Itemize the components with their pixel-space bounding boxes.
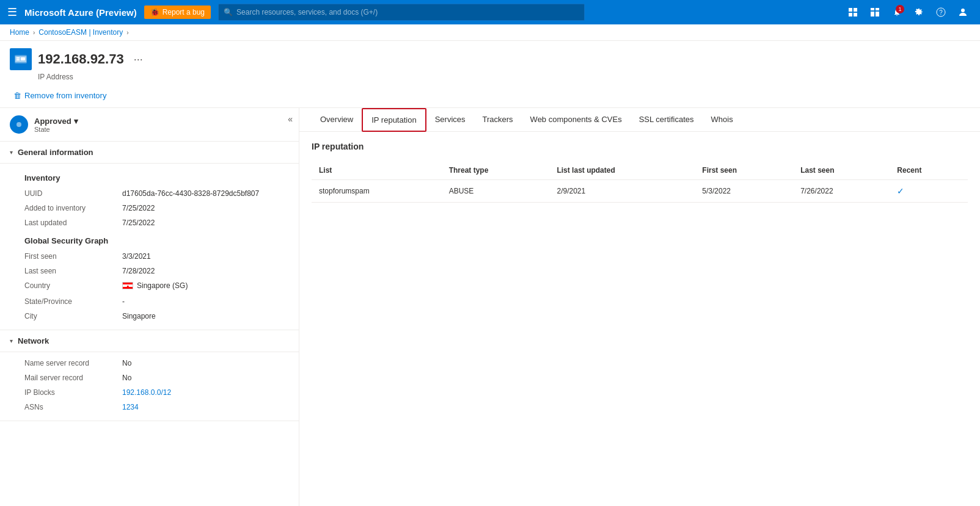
collapse-panel-icon[interactable]: «	[288, 114, 293, 124]
network-section-header[interactable]: ▾ Network	[0, 330, 299, 352]
city-value: Singapore	[122, 310, 289, 322]
inventory-group-title: Inventory	[24, 168, 289, 185]
col-header-threat-type: Threat type	[442, 161, 550, 180]
hamburger-icon[interactable]: ☰	[7, 5, 17, 19]
account-icon[interactable]	[953, 2, 973, 22]
singapore-flag	[122, 282, 133, 289]
first-seen-label: First seen	[24, 250, 116, 262]
asns-label: ASNs	[24, 401, 116, 413]
ip-address-icon	[10, 48, 32, 70]
help-icon[interactable]: ?	[931, 2, 951, 22]
page-title: 192.168.92.73	[38, 51, 124, 67]
svg-rect-6	[871, 12, 874, 16]
notification-badge: 1	[896, 5, 904, 13]
ip-blocks-value: 192.168.0.0/12	[122, 386, 289, 399]
left-panel: Approved ▾ State « ▾ General information…	[0, 108, 299, 506]
svg-point-17	[16, 122, 21, 127]
svg-rect-14	[16, 59, 20, 60]
col-header-recent: Recent	[890, 161, 968, 180]
breadcrumb-inventory[interactable]: ContosoEASM | Inventory	[38, 28, 123, 37]
trash-icon: 🗑	[13, 91, 21, 100]
recent-check-icon: ✓	[897, 186, 904, 196]
state-section: Approved ▾ State «	[0, 108, 299, 142]
last-updated-value: 7/25/2022	[122, 217, 289, 229]
ip-blocks-label: IP Blocks	[24, 386, 116, 399]
page-subtitle: IP Address	[38, 73, 970, 81]
more-options-icon[interactable]: ···	[134, 53, 143, 66]
tab-overview[interactable]: Overview	[312, 109, 362, 131]
table-header-row: List Threat type List last updated First…	[312, 161, 968, 180]
tab-whois[interactable]: Whois	[703, 109, 742, 131]
general-info-section-header[interactable]: ▾ General information	[0, 142, 299, 164]
state-province-value: -	[122, 295, 289, 308]
report-bug-button[interactable]: 🐞 Report a bug	[144, 5, 211, 19]
breadcrumb: Home › ContosoEASM | Inventory ›	[0, 24, 980, 41]
settings-icon[interactable]	[909, 2, 929, 22]
cell-list-last-updated: 2/9/2021	[549, 180, 695, 203]
top-navigation: ☰ Microsoft Azure (Preview) 🐞 Report a b…	[0, 0, 980, 24]
breadcrumb-sep-2: ›	[126, 29, 128, 36]
tab-trackers[interactable]: Trackers	[474, 109, 522, 131]
added-label: Added to inventory	[24, 202, 116, 214]
left-panel-wrapper: Approved ▾ State « ▾ General information…	[0, 108, 299, 506]
tab-web-components[interactable]: Web components & CVEs	[522, 109, 631, 131]
uuid-value: d17605da-76cc-4430-8328-8729dc5bf807	[122, 187, 289, 200]
general-info-chevron-icon: ▾	[10, 149, 13, 156]
svg-rect-4	[871, 8, 874, 10]
state-chevron-icon: ▾	[74, 117, 78, 126]
mail-server-label: Mail server record	[24, 372, 116, 384]
global-security-title: Global Security Graph	[24, 231, 289, 248]
network-chevron-icon: ▾	[10, 338, 13, 344]
mail-server-value: No	[122, 372, 289, 384]
cell-last-seen: 7/26/2022	[793, 180, 890, 203]
remove-from-inventory-button[interactable]: 🗑 Remove from inventory	[10, 89, 110, 103]
notifications-icon[interactable]: 1	[887, 2, 907, 22]
svg-rect-2	[849, 13, 852, 16]
asns-value: 1234	[122, 401, 289, 413]
name-server-value: No	[122, 357, 289, 369]
cell-recent: ✓	[890, 180, 968, 203]
added-value: 7/25/2022	[122, 202, 289, 214]
svg-point-10	[961, 9, 965, 12]
search-bar[interactable]: 🔍	[218, 4, 585, 21]
city-label: City	[24, 310, 116, 322]
state-label[interactable]: Approved ▾	[34, 117, 78, 126]
topnav-icons: 1 ?	[843, 2, 973, 22]
country-label: Country	[24, 280, 116, 293]
last-seen-label: Last seen	[24, 265, 116, 277]
col-header-last-seen: Last seen	[793, 161, 890, 180]
flag-icon: Singapore (SG)	[122, 281, 188, 290]
general-info-grid: Inventory UUID d17605da-76cc-4430-8328-8…	[0, 164, 299, 330]
dashboard-icon[interactable]	[865, 2, 885, 22]
right-panel: Overview IP reputation Services Trackers…	[299, 108, 980, 506]
cell-first-seen: 5/3/2022	[695, 180, 793, 203]
tab-ip-reputation[interactable]: IP reputation	[362, 108, 426, 132]
ip-blocks-link[interactable]: 192.168.0.0/12	[122, 388, 171, 397]
network-title: Network	[18, 336, 49, 345]
tab-services[interactable]: Services	[426, 109, 474, 131]
tab-ssl-certificates[interactable]: SSL certificates	[631, 109, 703, 131]
breadcrumb-sep-1: ›	[33, 29, 35, 36]
page-header: 192.168.92.73 ··· IP Address 🗑 Remove fr…	[0, 41, 980, 108]
last-updated-label: Last updated	[24, 217, 116, 229]
general-info-title: General information	[18, 148, 93, 157]
app-title: Microsoft Azure (Preview)	[24, 7, 137, 18]
tabs: Overview IP reputation Services Trackers…	[299, 108, 980, 132]
country-value: Singapore (SG)	[122, 280, 289, 293]
breadcrumb-home[interactable]: Home	[10, 28, 29, 37]
col-header-list: List	[312, 161, 442, 180]
page-toolbar: 🗑 Remove from inventory	[10, 84, 970, 107]
search-input[interactable]	[236, 8, 579, 16]
state-icon	[10, 115, 28, 134]
state-info: Approved ▾ State	[34, 117, 78, 133]
search-icon: 🔍	[224, 8, 233, 16]
bug-icon: 🐞	[150, 8, 159, 16]
cell-list: stopforumspam	[312, 180, 442, 203]
state-sublabel: State	[34, 126, 78, 133]
svg-rect-3	[854, 13, 857, 16]
portal-icon[interactable]	[843, 2, 863, 22]
svg-rect-13	[16, 57, 20, 59]
svg-rect-5	[876, 8, 879, 10]
svg-rect-1	[854, 8, 857, 12]
asns-link[interactable]: 1234	[122, 403, 139, 411]
